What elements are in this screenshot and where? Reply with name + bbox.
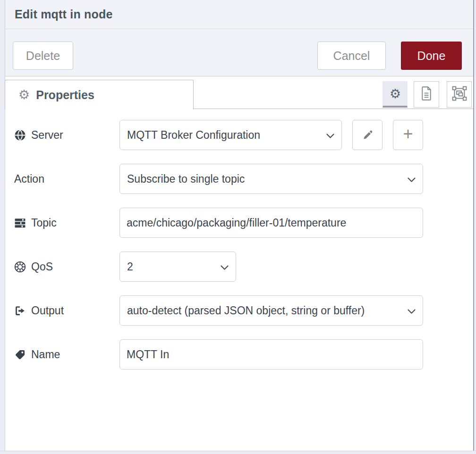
- qos-select-value: 2: [127, 261, 216, 273]
- topic-row: Topic: [5, 208, 473, 238]
- tab-description[interactable]: [414, 81, 439, 108]
- name-input[interactable]: [119, 339, 423, 370]
- chevron-down-icon: [220, 261, 229, 273]
- action-label: Action: [14, 164, 116, 194]
- delete-button[interactable]: Delete: [13, 42, 73, 70]
- topic-input[interactable]: [119, 208, 423, 238]
- qos-label: QoS: [14, 252, 116, 282]
- output-label: Output: [14, 295, 116, 326]
- tab-properties-label: Properties: [36, 88, 94, 102]
- edit-server-button[interactable]: [352, 120, 382, 150]
- topic-label: Topic: [14, 208, 116, 238]
- dialog-title: Edit mqtt in node: [15, 8, 113, 21]
- tab-appearance[interactable]: [447, 81, 472, 108]
- output-row: Output auto-detect (parsed JSON object, …: [5, 295, 473, 326]
- add-server-button[interactable]: +: [393, 120, 423, 150]
- plus-icon: +: [403, 126, 413, 143]
- tray-resize-edge[interactable]: [0, 0, 5, 454]
- tag-icon: [14, 349, 26, 361]
- chevron-down-icon: [326, 129, 335, 142]
- file-text-icon: [419, 85, 434, 103]
- tab-bar: ⚙ Properties ⚙: [5, 76, 473, 109]
- output-select[interactable]: auto-detect (parsed JSON object, string …: [119, 295, 423, 326]
- tasks-icon: [14, 217, 26, 229]
- output-select-value: auto-detect (parsed JSON object, string …: [127, 304, 403, 317]
- pencil-icon: [362, 129, 374, 141]
- qos-select[interactable]: 2: [119, 252, 236, 282]
- action-row: Action Subscribe to single topic: [5, 164, 473, 194]
- edit-node-dialog: Edit mqtt in node Delete Cancel Done ⚙ P…: [5, 0, 474, 451]
- tab-properties[interactable]: ⚙ Properties: [5, 80, 194, 109]
- cancel-button[interactable]: Cancel: [317, 42, 386, 70]
- server-select-value: MQTT Broker Configuration: [127, 129, 322, 142]
- object-group-icon: [451, 85, 468, 103]
- tray-footer: [0, 451, 476, 454]
- chevron-down-icon: [407, 173, 416, 185]
- name-row: Name: [5, 339, 473, 370]
- node-red-editor: Edit mqtt in node Delete Cancel Done ⚙ P…: [0, 0, 476, 454]
- dialog-header: Edit mqtt in node: [5, 0, 473, 29]
- done-button[interactable]: Done: [401, 42, 462, 70]
- gear-icon: ⚙: [18, 89, 30, 101]
- properties-form: Server MQTT Broker Configuration +: [5, 109, 473, 451]
- qos-row: QoS 2: [5, 252, 473, 282]
- action-select[interactable]: Subscribe to single topic: [119, 164, 423, 194]
- gear-icon: ⚙: [390, 86, 401, 101]
- name-label: Name: [14, 339, 116, 370]
- dialog-toolbar: Delete Cancel Done: [5, 30, 473, 76]
- server-row: Server MQTT Broker Configuration +: [5, 120, 473, 150]
- tab-node-properties[interactable]: ⚙: [382, 81, 408, 108]
- action-select-value: Subscribe to single topic: [127, 173, 403, 185]
- server-select[interactable]: MQTT Broker Configuration: [119, 120, 342, 150]
- chevron-down-icon: [407, 304, 416, 317]
- empire-icon: [14, 261, 26, 273]
- globe-icon: [14, 129, 26, 141]
- server-label: Server: [14, 120, 116, 150]
- sign-out-icon: [14, 305, 26, 317]
